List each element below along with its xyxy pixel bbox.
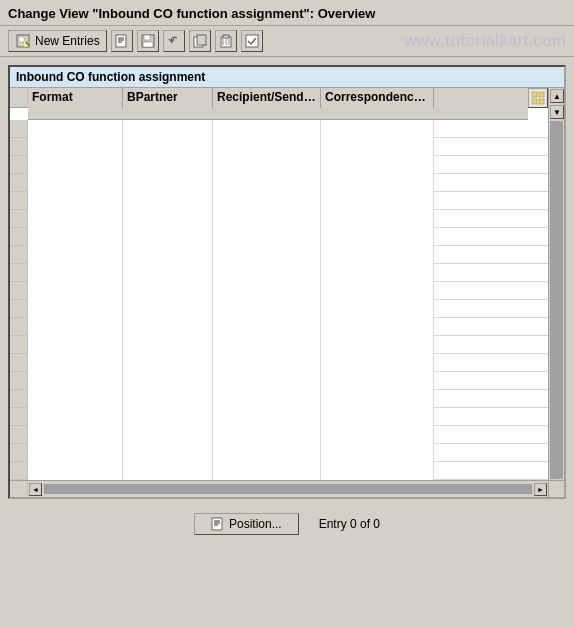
scroll-down-button[interactable]: ▼ [550,105,564,119]
svg-rect-5 [116,35,126,47]
toolbar-details-btn[interactable] [111,30,133,52]
cell [28,408,123,426]
cell [213,408,321,426]
row-selector [10,444,27,462]
scroll-left-button[interactable]: ◄ [29,483,42,496]
cell [28,156,123,174]
cell [123,408,213,426]
page-title: Change View "Inbound CO function assignm… [8,6,566,21]
cell [321,120,434,138]
new-entries-label: New Entries [35,34,100,48]
row-selector-header [10,88,28,108]
cell [123,138,213,156]
cell [213,462,321,480]
position-button[interactable]: Position... [194,513,299,535]
row-selector [10,300,27,318]
cell [123,444,213,462]
table-row [28,426,548,444]
new-entries-button[interactable]: ✎ New Entries [8,30,107,52]
cell [321,156,434,174]
cell [213,138,321,156]
cell [123,390,213,408]
row-selector [10,372,27,390]
cell [321,372,434,390]
toolbar-select-btn[interactable] [241,30,263,52]
h-scroll-area: ◄ ► [28,481,548,497]
svg-rect-1 [19,37,24,42]
scroll-corner-left [10,481,28,497]
cell [123,318,213,336]
cell [213,282,321,300]
toolbar-delete-btn[interactable] [215,30,237,52]
row-selector [10,318,27,336]
horizontal-scrollbar: ◄ ► [10,480,564,497]
cell [321,444,434,462]
row-selector [10,246,27,264]
table-row [28,264,548,282]
cell [123,354,213,372]
cell [321,210,434,228]
cell [213,300,321,318]
cell [321,282,434,300]
delete-icon [219,34,233,48]
table-row [28,174,548,192]
cell [28,462,123,480]
svg-rect-10 [144,35,150,40]
table-group-label: Inbound CO function assignment [10,67,564,88]
cell [321,354,434,372]
title-bar: Change View "Inbound CO function assignm… [0,0,574,26]
row-selector [10,462,27,480]
toolbar: ✎ New Entries [0,26,574,57]
grid-header: Format BPartner Recipient/Sende... Corre… [28,88,528,120]
cell [213,390,321,408]
cell [213,354,321,372]
save-icon [141,34,155,48]
cell [123,300,213,318]
vertical-scroll-track [548,120,564,480]
toolbar-copy-btn[interactable] [189,30,211,52]
svg-rect-15 [223,35,229,38]
cell [123,462,213,480]
cell [123,228,213,246]
cell [123,156,213,174]
col-header-bpartner: BPartner [123,88,213,108]
svg-rect-19 [246,35,258,47]
cell [28,192,123,210]
column-settings-button[interactable] [528,88,548,108]
svg-rect-23 [539,99,544,104]
cell [123,192,213,210]
cell [28,210,123,228]
table-body [10,120,564,480]
status-bar: Position... Entry 0 of 0 [8,503,566,545]
scroll-up-button[interactable]: ▲ [550,89,564,103]
cell [28,300,123,318]
toolbar-undo-btn[interactable] [163,30,185,52]
cell [321,264,434,282]
col-header-recipient: Recipient/Sende... [213,88,321,108]
table-row [28,390,548,408]
undo-icon [167,34,181,48]
cell [321,300,434,318]
toolbar-save-btn[interactable] [137,30,159,52]
table-row [28,354,548,372]
cell [213,210,321,228]
table-row [28,138,548,156]
table-row [28,282,548,300]
scroll-thumb [550,121,563,479]
cell [321,174,434,192]
table-row [28,228,548,246]
scroll-corner-right [548,481,564,497]
cell [28,264,123,282]
cell [123,120,213,138]
table-row [28,210,548,228]
cell [213,228,321,246]
select-icon [245,34,259,48]
svg-rect-20 [532,92,537,97]
cell [321,228,434,246]
position-icon [211,517,225,531]
table-row [28,444,548,462]
table-row [28,192,548,210]
scroll-right-button[interactable]: ► [534,483,547,496]
cell [213,156,321,174]
data-rows [28,120,548,480]
